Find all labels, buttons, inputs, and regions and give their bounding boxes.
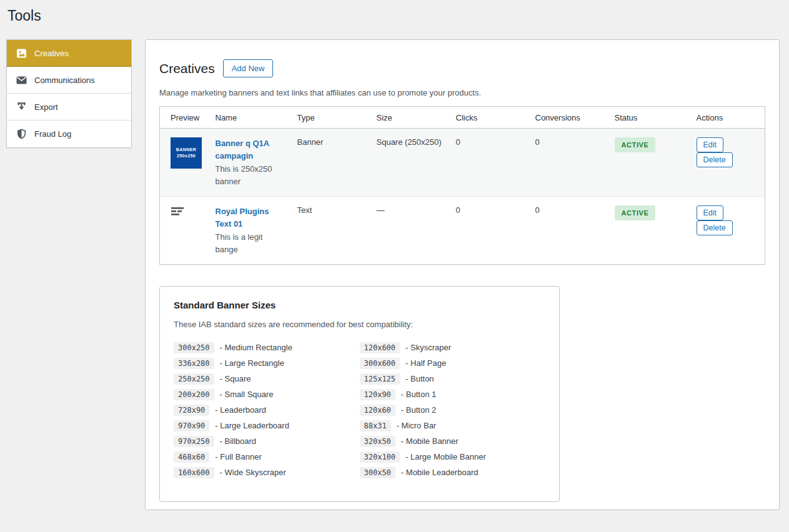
page-title: Tools: [7, 7, 41, 24]
creative-description: This is 250x250 banner: [216, 163, 287, 187]
sizes-grid: 300x250- Medium Rectangle 336x280- Large…: [174, 340, 545, 480]
size-label: - Large Leaderboard: [215, 421, 289, 430]
size-label: - Leaderboard: [215, 405, 266, 415]
size-label: - Square: [220, 374, 251, 383]
creatives-intro: Manage marketing banners and text links …: [159, 88, 765, 97]
sidebar-item-label: Export: [34, 102, 58, 112]
size-label: - Skyscraper: [405, 343, 451, 352]
size-item: 120x60- Button 2: [360, 402, 546, 418]
text-lines-icon: [171, 210, 186, 219]
size-item: 300x600- Half Page: [360, 355, 546, 371]
size-cell: Square (250x250): [372, 129, 451, 197]
standard-banner-sizes-box: Standard Banner Sizes These IAB standard…: [159, 286, 560, 502]
size-code: 120x60: [360, 405, 395, 416]
creative-description: This is a legit bange: [216, 231, 287, 255]
image-icon: [16, 48, 27, 59]
size-code: 160x600: [174, 467, 214, 478]
size-label: - Mobile Leaderboard: [401, 468, 479, 477]
column-header-actions: Actions: [692, 107, 765, 129]
column-header-clicks: Clicks: [451, 107, 530, 129]
table-row: Royal Plugins Text 01 This is a legit ba…: [160, 197, 765, 265]
size-code: 200x200: [174, 389, 214, 400]
conversions-cell: 0: [530, 129, 610, 197]
tools-sidebar: Creatives Communications Export Fraud Lo…: [6, 39, 132, 148]
download-icon: [16, 102, 27, 112]
column-header-type: Type: [292, 107, 372, 129]
size-item: 970x90- Large Leaderboard: [174, 418, 360, 433]
size-item: 300x250- Medium Rectangle: [174, 340, 360, 355]
sidebar-item-label: Communications: [34, 76, 95, 85]
sidebar-item-label: Creatives: [34, 49, 69, 58]
preview-cell: BANNER 250x250: [160, 129, 211, 197]
status-cell: ACTIVE: [610, 197, 692, 265]
status-badge: ACTIVE: [615, 205, 656, 220]
delete-button[interactable]: Delete: [697, 152, 733, 167]
tools-page: Tools Creatives Communications Export Fr…: [0, 0, 789, 532]
clicks-cell: 0: [451, 197, 530, 265]
size-code: 300x600: [360, 358, 400, 369]
banner-preview-text: 250x250: [177, 153, 196, 159]
size-code: 120x90: [360, 389, 395, 400]
clicks-cell: 0: [451, 129, 530, 197]
size-label: - Micro Bar: [397, 421, 437, 430]
actions-cell: Edit Delete: [692, 129, 765, 197]
sizes-title: Standard Banner Sizes: [174, 300, 545, 310]
type-cell: Text: [292, 197, 372, 265]
size-item: 320x50- Mobile Banner: [360, 433, 546, 449]
size-item: 468x60- Full Banner: [174, 449, 360, 465]
creatives-table: Preview Name Type Size Clicks Conversion…: [159, 106, 765, 265]
sidebar-item-fraud-log[interactable]: Fraud Log: [7, 121, 131, 147]
size-code: 125x125: [360, 373, 400, 385]
conversions-cell: 0: [530, 197, 610, 265]
sizes-left-column: 300x250- Medium Rectangle 336x280- Large…: [174, 340, 360, 480]
banner-preview-text: BANNER: [176, 147, 196, 153]
size-item: 160x600- Wide Skyscraper: [174, 465, 360, 480]
size-code: 336x280: [174, 358, 214, 369]
size-item: 336x280- Large Rectangle: [174, 355, 360, 371]
creative-name-link[interactable]: Royal Plugins Text 01: [216, 205, 287, 230]
size-code: 320x100: [360, 451, 400, 463]
size-item: 728x90- Leaderboard: [174, 402, 360, 418]
size-label: - Mobile Banner: [401, 436, 459, 446]
size-label: - Large Rectangle: [220, 358, 284, 368]
size-code: 468x60: [174, 451, 209, 463]
column-header-name: Name: [211, 107, 292, 129]
creatives-panel: Creatives Add New Manage marketing banne…: [145, 39, 780, 510]
edit-button[interactable]: Edit: [697, 137, 724, 152]
sizes-right-column: 120x600- Skyscraper 300x600- Half Page 1…: [360, 340, 546, 480]
size-label: - Wide Skyscraper: [220, 468, 286, 477]
size-label: - Small Square: [220, 390, 274, 399]
sidebar-item-label: Fraud Log: [34, 129, 71, 139]
name-cell: Royal Plugins Text 01 This is a legit ba…: [211, 197, 292, 265]
table-header-row: Preview Name Type Size Clicks Conversion…: [160, 107, 765, 129]
size-label: - Billboard: [220, 436, 257, 446]
sidebar-item-communications[interactable]: Communications: [7, 67, 131, 94]
banner-preview-image: BANNER 250x250: [171, 137, 202, 169]
size-code: 300x250: [174, 342, 214, 353]
type-cell: Banner: [292, 129, 372, 197]
size-label: - Full Banner: [215, 452, 261, 461]
size-label: - Button: [405, 374, 434, 383]
table-row: BANNER 250x250 Banner q Q1A campagin Thi…: [160, 129, 765, 197]
add-new-button[interactable]: Add New: [223, 59, 274, 77]
panel-header: Creatives Add New: [159, 59, 765, 77]
size-item: 120x90- Button 1: [360, 387, 546, 402]
size-item: 970x250- Billboard: [174, 433, 360, 449]
size-code: 88x31: [360, 420, 391, 431]
creative-name-link[interactable]: Banner q Q1A campagin: [216, 137, 287, 162]
delete-button[interactable]: Delete: [697, 220, 733, 235]
size-code: 970x90: [174, 420, 209, 431]
envelope-icon: [16, 76, 27, 84]
size-code: 250x250: [174, 373, 214, 385]
size-item: 320x100- Large Mobile Banner: [360, 449, 546, 465]
column-header-conversions: Conversions: [530, 107, 610, 129]
status-badge: ACTIVE: [615, 137, 656, 152]
size-item: 300x50- Mobile Leaderboard: [360, 465, 546, 480]
sidebar-item-creatives[interactable]: Creatives: [7, 40, 131, 67]
sidebar-item-export[interactable]: Export: [7, 94, 131, 121]
size-label: - Button 1: [401, 390, 436, 399]
size-label: - Half Page: [405, 358, 446, 368]
size-label: - Button 2: [401, 405, 436, 415]
edit-button[interactable]: Edit: [697, 205, 724, 220]
size-code: 120x600: [360, 342, 400, 353]
